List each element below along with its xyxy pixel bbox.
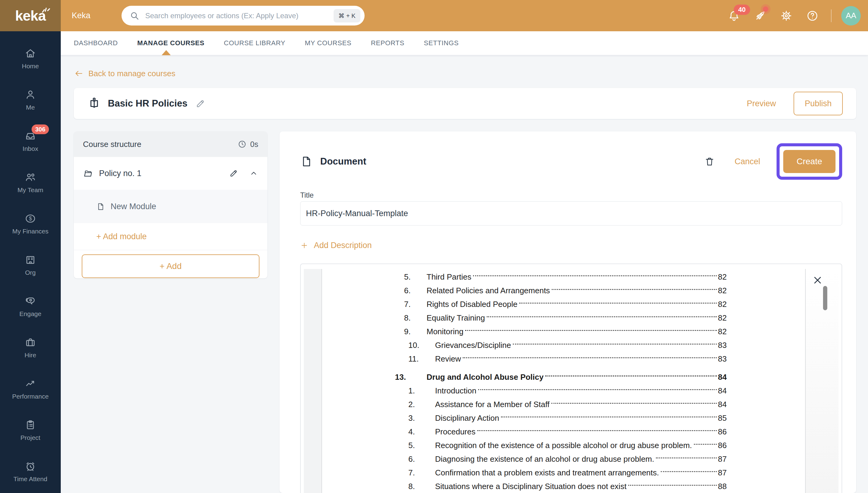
toc-dot-leader — [463, 357, 717, 358]
sidebar-item-performance[interactable]: Performance — [0, 368, 61, 409]
content-type-label: Document — [320, 156, 366, 167]
toc-number: 11. — [408, 354, 435, 364]
tab-settings[interactable]: SETTINGS — [424, 39, 459, 47]
toc-dot-leader — [519, 302, 717, 304]
toc-label: Related Policies and Arrangements — [427, 286, 550, 295]
toc-row: 8. Situations where a Disciplinary Situa… — [404, 480, 735, 493]
tab-my-courses[interactable]: MY COURSES — [305, 39, 352, 47]
sidebar-item-label: My Finances — [12, 228, 48, 235]
home-icon — [24, 47, 37, 60]
topbar-divider — [831, 9, 831, 22]
sidebar-item-me[interactable]: Me — [0, 79, 61, 121]
toc-page-number: 85 — [718, 413, 735, 423]
plus-icon — [300, 241, 308, 250]
toc-dot-leader — [465, 330, 717, 331]
toc-label: Disciplinary Action — [435, 413, 499, 423]
whats-new-button[interactable] — [753, 9, 767, 23]
project-icon — [24, 419, 37, 431]
preview-link[interactable]: Preview — [747, 99, 776, 108]
topbar: keka Keka ⌘ + K 40 AA — [0, 0, 868, 31]
sidebar-item-project[interactable]: Project — [0, 409, 61, 451]
toc-number: 5. — [404, 272, 427, 282]
toc-number: 8. — [408, 482, 435, 491]
sidebar-item-my-finances[interactable]: My Finances — [0, 203, 61, 244]
sidebar-item-my-team[interactable]: My Team — [0, 162, 61, 203]
avatar[interactable]: AA — [841, 6, 861, 25]
document-title-input[interactable] — [300, 201, 842, 226]
toc-dot-leader — [501, 416, 717, 417]
sidebar-item-home[interactable]: Home — [0, 38, 61, 79]
settings-button[interactable] — [779, 9, 793, 23]
tab-course-library[interactable]: COURSE LIBRARY — [224, 39, 285, 47]
module-row-new-module[interactable]: New Module — [74, 190, 267, 223]
edit-course-title-icon[interactable] — [195, 99, 205, 109]
toc-number: 7. — [408, 468, 435, 477]
document-page: 5. Third Parties 82 6. Related Policies … — [322, 269, 806, 493]
close-preview-button[interactable] — [812, 274, 823, 286]
notifications-button[interactable]: 40 — [727, 9, 741, 23]
edit-section-icon[interactable] — [229, 169, 238, 178]
toc-row: 5. Third Parties 82 — [404, 270, 735, 284]
add-description-link[interactable]: Add Description — [300, 241, 372, 250]
toc-page-number: 83 — [718, 354, 735, 364]
sidebar-item-label: My Team — [18, 186, 43, 194]
toc-label: Monitoring — [427, 327, 463, 336]
page-left-gutter — [304, 269, 322, 493]
cancel-button[interactable]: Cancel — [735, 157, 760, 166]
global-search[interactable]: ⌘ + K — [122, 6, 365, 25]
notification-count-badge: 40 — [734, 4, 750, 15]
module-title: New Module — [110, 202, 156, 211]
publish-button[interactable]: Publish — [793, 92, 843, 115]
search-icon — [129, 10, 140, 21]
section-title: Policy no. 1 — [99, 169, 142, 178]
toc-dot-leader — [478, 389, 717, 390]
module-editor-card: Document Cancel Create Title Add Descrip… — [280, 131, 856, 493]
app-title: Keka — [72, 11, 90, 20]
add-module-link[interactable]: + Add module — [96, 232, 147, 241]
back-to-manage-courses-link[interactable]: Back to manage courses — [74, 69, 175, 78]
toc-row: 5. Recognition of the existence of a pos… — [404, 439, 735, 452]
sidebar-item-org[interactable]: Org — [0, 244, 61, 286]
sidebar-item-engage[interactable]: Engage — [0, 286, 61, 327]
toc-label: Assistance for a Member of Staff — [435, 400, 550, 409]
course-icon — [87, 97, 101, 110]
add-section-button[interactable]: + Add — [82, 254, 260, 278]
toc-row: 9. Monitoring 82 — [404, 325, 735, 339]
sidebar-item-time-attend[interactable]: Time Attend — [0, 451, 61, 492]
topbar-actions: 40 AA — [715, 0, 861, 31]
toc-page-number: 82 — [718, 272, 735, 282]
page-title: Basic HR Policies — [108, 98, 187, 109]
section-row-policy-1[interactable]: Policy no. 1 — [74, 157, 267, 190]
toc-row: 8. Equality Training 82 — [404, 311, 735, 325]
tab-manage-courses[interactable]: MANAGE COURSES — [137, 39, 205, 47]
collapse-section-icon[interactable] — [249, 169, 258, 178]
sidebar-nav: Home Me 306 Inbox My Team My Finances — [0, 31, 61, 493]
toc-row: 10. Grievances/Discipline 83 — [404, 339, 735, 352]
sidebar-item-hire[interactable]: Hire — [0, 327, 61, 368]
search-input[interactable] — [145, 11, 334, 20]
toc-number: 9. — [404, 327, 427, 336]
toc-page-number: 86 — [718, 427, 735, 436]
sidebar-item-label: Org — [25, 269, 36, 276]
delete-content-icon[interactable] — [704, 156, 715, 167]
toc-number: 2. — [408, 400, 435, 409]
toc-row: 3. Disciplinary Action 85 — [404, 411, 735, 425]
user-icon — [24, 89, 37, 101]
toc-page-number: 88 — [718, 482, 735, 491]
toc-label: Drug and Alcohol Abuse Policy — [427, 372, 543, 382]
help-button[interactable] — [805, 9, 820, 23]
toc-dot-leader — [656, 457, 717, 458]
toc-page-number: 87 — [718, 468, 735, 477]
preview-scrollbar[interactable] — [823, 286, 827, 310]
tab-dashboard[interactable]: DASHBOARD — [74, 39, 118, 47]
keka-logo[interactable]: keka — [0, 0, 61, 31]
toc-label: Third Parties — [427, 272, 471, 282]
create-button[interactable]: Create — [783, 150, 835, 173]
sidebar-item-label: Hire — [25, 351, 37, 359]
toc-dot-leader — [487, 316, 717, 317]
course-duration-value: 0s — [250, 140, 258, 149]
sidebar-item-inbox[interactable]: 306 Inbox — [0, 121, 61, 162]
toc-number: 3. — [408, 413, 435, 423]
tab-reports[interactable]: REPORTS — [371, 39, 405, 47]
team-icon — [24, 171, 37, 184]
